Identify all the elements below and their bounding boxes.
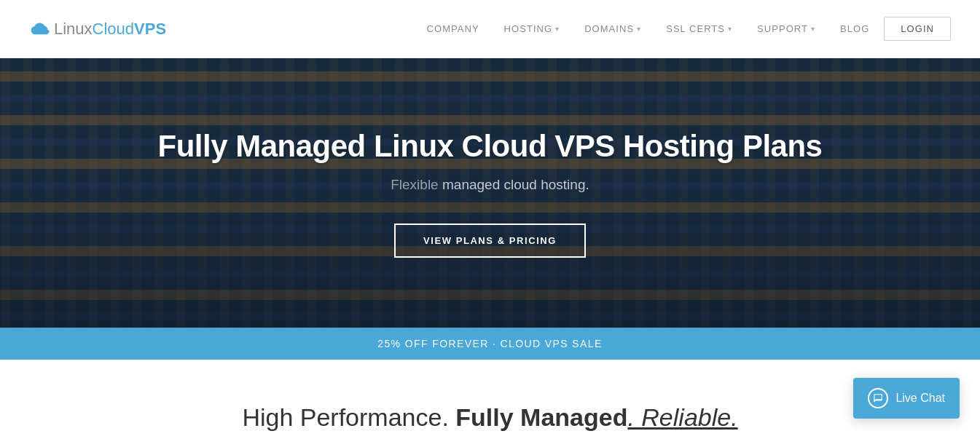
nav-item-hosting[interactable]: HOSTING ▾ [494,17,571,40]
live-chat-button[interactable]: Live Chat [853,378,960,419]
nav-item-blog[interactable]: BLOG [830,17,879,40]
hero-subtitle: Flexible managed cloud hosting. [158,177,823,193]
live-chat-label: Live Chat [895,392,945,405]
nav-item-ssl-certs[interactable]: SSL CERTS ▾ [656,17,742,40]
chevron-down-icon: ▾ [637,25,641,33]
cloud-icon [29,20,54,39]
chat-icon [868,388,888,408]
nav-item-support[interactable]: SUPPORT ▾ [747,17,826,40]
login-button[interactable]: LOGIN [884,17,951,41]
nav-item-domains[interactable]: DOMAINS ▾ [574,17,651,40]
nav-item-company[interactable]: COMPANY [417,17,490,40]
view-plans-button[interactable]: VIEW PLANS & PRICING [394,224,586,258]
hero-content: Fully Managed Linux Cloud VPS Hosting Pl… [144,129,837,258]
chevron-down-icon: ▾ [555,25,560,33]
chevron-down-icon: ▾ [728,25,732,33]
sale-banner: 25% OFF FOREVER · CLOUD VPS SALE [0,328,980,360]
chevron-down-icon: ▾ [811,25,815,33]
logo-text: LinuxCloudVPS [54,20,166,39]
hero-section: Fully Managed Linux Cloud VPS Hosting Pl… [0,58,980,328]
main-nav: COMPANY HOSTING ▾ DOMAINS ▾ SSL CERTS ▾ … [417,17,951,41]
below-fold-section: High Performance. Fully Managed. Reliabl… [0,360,980,439]
site-header: LinuxCloudVPS COMPANY HOSTING ▾ DOMAINS … [0,0,980,58]
hero-title: Fully Managed Linux Cloud VPS Hosting Pl… [158,129,823,164]
below-fold-title: High Performance. Fully Managed. Reliabl… [29,403,951,432]
site-logo[interactable]: LinuxCloudVPS [29,20,166,39]
